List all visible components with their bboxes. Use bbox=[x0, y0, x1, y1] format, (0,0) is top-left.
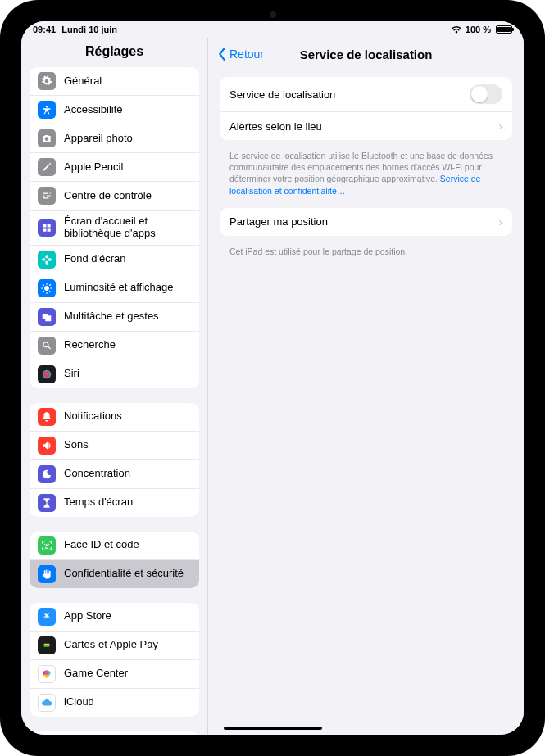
camera-icon bbox=[38, 129, 56, 147]
sidebar-item-icloud[interactable]: iCloud bbox=[30, 689, 199, 717]
sidebar-item-label: Fond d'écran bbox=[64, 253, 191, 265]
sidebar-item-label: App Store bbox=[64, 610, 191, 622]
svg-line-6 bbox=[43, 291, 43, 292]
sidebar-item-label: iCloud bbox=[64, 696, 191, 708]
controls-icon bbox=[38, 187, 56, 205]
content-navbar: Retour Service de localisation bbox=[208, 38, 524, 70]
sidebar-group: App StoreCartes et Apple PayGame Centeri… bbox=[30, 603, 199, 717]
sidebar-item-label: Concentration bbox=[64, 468, 191, 480]
hourglass-icon bbox=[38, 494, 56, 512]
sidebar-item-ecran-daccueil-et-bibliotheque-dapps[interactable]: Écran d'accueil et bibliothèque d'apps bbox=[30, 211, 199, 246]
status-date: Lundi 10 juin bbox=[61, 25, 117, 34]
sidebar-item-label: Appareil photo bbox=[64, 133, 191, 145]
sidebar-item-label: Luminosité et affichage bbox=[64, 282, 191, 294]
wallet-icon bbox=[38, 636, 56, 654]
sidebar-item-temps-decran[interactable]: Temps d'écran bbox=[30, 489, 199, 517]
cloud-icon bbox=[38, 694, 56, 712]
sidebar-item-general[interactable]: Général bbox=[30, 67, 199, 96]
faceid-icon bbox=[38, 536, 56, 555]
sidebar-item-label: Cartes et Apple Pay bbox=[64, 639, 191, 651]
sidebar-item-label: Notifications bbox=[64, 410, 191, 423]
battery-percent: 100 % bbox=[466, 25, 491, 34]
wifi-icon bbox=[451, 25, 462, 34]
svg-line-7 bbox=[50, 284, 51, 285]
status-time: 09:41 bbox=[33, 25, 56, 34]
sidebar-item-game-center[interactable]: Game Center bbox=[30, 660, 199, 689]
sidebar-item-appareil-photo[interactable]: Appareil photo bbox=[30, 124, 199, 153]
sidebar-item-label: Apple Pencil bbox=[64, 161, 191, 174]
settings-sidebar: Réglages GénéralAccessibilitéAppareil ph… bbox=[21, 38, 208, 735]
sidebar-item-label: Recherche bbox=[64, 339, 191, 351]
grid-icon bbox=[38, 219, 56, 237]
sidebar-item-label: Accessibilité bbox=[64, 104, 191, 116]
svg-rect-11 bbox=[44, 644, 50, 645]
sidebar-group: Face ID et codeConfidentialité et sécuri… bbox=[30, 532, 199, 588]
svg-rect-12 bbox=[44, 645, 50, 647]
appstore-icon bbox=[38, 608, 56, 626]
sidebar-item-notifications[interactable]: Notifications bbox=[30, 403, 199, 432]
sidebar-group: NotificationsSonsConcentrationTemps d'éc… bbox=[30, 403, 199, 517]
sidebar-group: Apps bbox=[30, 731, 199, 735]
back-label: Retour bbox=[229, 48, 264, 61]
sidebar-item-label: Sons bbox=[64, 439, 191, 451]
accessibility-icon bbox=[38, 101, 56, 119]
hand-icon bbox=[38, 565, 56, 583]
sidebar-item-app-store[interactable]: App Store bbox=[30, 603, 199, 632]
status-bar: 09:41 Lundi 10 juin 100 % bbox=[21, 21, 524, 38]
gear-icon bbox=[38, 72, 56, 90]
share-location-row[interactable]: Partager ma position › bbox=[220, 208, 512, 236]
sidebar-item-multitache-et-gestes[interactable]: Multitâche et gestes bbox=[30, 303, 199, 332]
sidebar-group: GénéralAccessibilitéAppareil photoApple … bbox=[30, 67, 199, 388]
location-footer-text: Le service de localisation utilise le Bl… bbox=[220, 147, 512, 208]
share-location-group: Partager ma position › bbox=[220, 208, 512, 236]
flower-icon bbox=[38, 251, 56, 269]
back-button[interactable]: Retour bbox=[216, 47, 264, 61]
content-panel: Retour Service de localisation Service d… bbox=[208, 38, 524, 735]
svg-line-5 bbox=[50, 291, 51, 292]
sidebar-item-face-id-et-code[interactable]: Face ID et code bbox=[30, 532, 199, 560]
sidebar-item-cartes-et-apple-pay[interactable]: Cartes et Apple Pay bbox=[30, 632, 199, 660]
sidebar-item-label: Face ID et code bbox=[64, 539, 191, 551]
svg-point-16 bbox=[44, 670, 49, 675]
sidebar-item-recherche[interactable]: Recherche bbox=[30, 332, 199, 360]
speaker-icon bbox=[38, 437, 56, 455]
sidebar-item-accessibilite[interactable]: Accessibilité bbox=[30, 96, 199, 124]
siri-icon bbox=[38, 365, 56, 383]
sidebar-item-siri[interactable]: Siri bbox=[30, 360, 199, 388]
svg-line-4 bbox=[43, 284, 43, 285]
chevron-right-icon: › bbox=[498, 120, 502, 133]
pencil-icon bbox=[38, 158, 56, 176]
chevron-right-icon: › bbox=[498, 215, 502, 229]
gamecenter-icon bbox=[38, 665, 56, 683]
sidebar-title: Réglages bbox=[21, 38, 207, 67]
location-services-row[interactable]: Service de localisation bbox=[220, 77, 512, 112]
sidebar-item-fond-decran[interactable]: Fond d'écran bbox=[30, 246, 199, 274]
battery-icon bbox=[494, 25, 512, 34]
sidebar-item-apps[interactable]: Apps bbox=[30, 731, 199, 735]
moon-icon bbox=[38, 465, 56, 483]
sidebar-item-centre-de-controle[interactable]: Centre de contrôle bbox=[30, 182, 199, 211]
home-indicator[interactable] bbox=[224, 727, 322, 730]
sidebar-item-label: Confidentialité et sécurité bbox=[64, 568, 191, 580]
sidebar-item-label: Centre de contrôle bbox=[64, 190, 191, 202]
sidebar-item-apple-pencil[interactable]: Apple Pencil bbox=[30, 153, 199, 182]
chevron-left-icon bbox=[216, 47, 228, 61]
sidebar-item-label: Général bbox=[64, 75, 191, 88]
share-location-label: Partager ma position bbox=[229, 215, 493, 228]
location-services-toggle[interactable] bbox=[470, 84, 502, 104]
bell-icon bbox=[38, 408, 56, 426]
sidebar-item-label: Game Center bbox=[64, 668, 191, 680]
sidebar-item-concentration[interactable]: Concentration bbox=[30, 460, 199, 489]
search-icon bbox=[38, 337, 56, 355]
sidebar-item-confidentialite-et-securite[interactable]: Confidentialité et sécurité bbox=[30, 560, 199, 588]
location-alerts-label: Alertes selon le lieu bbox=[229, 120, 493, 133]
sidebar-item-label: Temps d'écran bbox=[64, 496, 191, 509]
sidebar-item-label: Multitâche et gestes bbox=[64, 310, 191, 323]
sidebar-item-sons[interactable]: Sons bbox=[30, 432, 199, 460]
sidebar-item-luminosite-et-affichage[interactable]: Luminosité et affichage bbox=[30, 274, 199, 303]
location-services-label: Service de localisation bbox=[229, 88, 470, 101]
svg-point-8 bbox=[43, 370, 52, 379]
location-services-group: Service de localisation Alertes selon le… bbox=[220, 77, 512, 140]
location-alerts-row[interactable]: Alertes selon le lieu › bbox=[220, 112, 512, 140]
squares-icon bbox=[38, 308, 56, 326]
